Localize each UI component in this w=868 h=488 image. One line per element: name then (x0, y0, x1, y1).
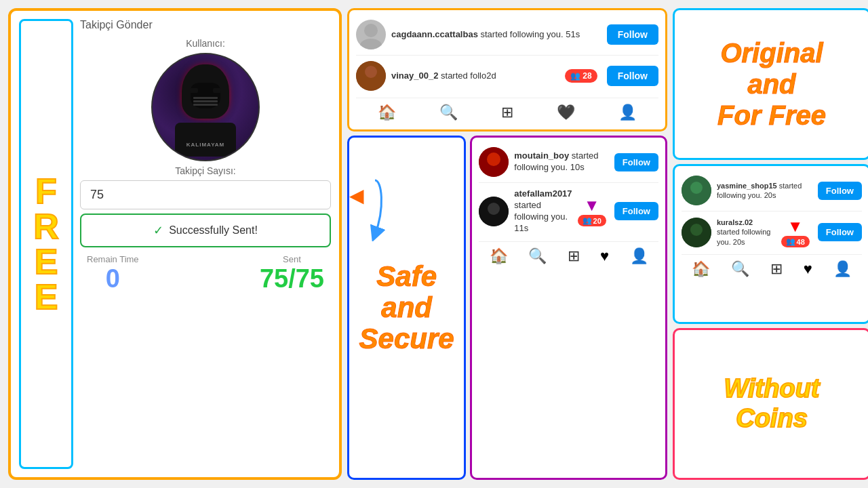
badge-container-1: 👥 28 (565, 69, 601, 83)
notif-row-4: kuralsz.02 started following you. 20s ▼ … (682, 213, 862, 251)
heart-icon-2[interactable]: ♥ (804, 260, 812, 278)
free-letter-r: R (33, 209, 59, 244)
center-panel: cagdaann.ccattalbas started following yo… (347, 8, 667, 480)
notif-text-3: yasmine_shop15 started following you. 20… (717, 181, 812, 201)
ig-bottom-nav-1: 🏠 🔍 ⊞ 🖤 👤 (356, 98, 658, 124)
notif-row-2: vinay_00_2 started follo2d 👥 28 Follow (356, 57, 658, 95)
user-label: Kullanıcı: (186, 38, 225, 49)
badge-icon-1: 👥 (570, 71, 580, 81)
purple-card: moutain_boy started following you. 10s F… (470, 136, 667, 480)
follow-button-2[interactable]: Follow (607, 66, 658, 86)
success-button[interactable]: ✓ Successfully Sent! (80, 214, 331, 247)
notif-row-6: atefallam2017 started following you. 11s… (479, 184, 658, 239)
notif-row-3: yasmine_shop15 started following you. 20… (682, 171, 862, 209)
notif-user-2: vinay_00_2 (391, 70, 438, 81)
plus-icon-3[interactable]: ⊞ (568, 247, 580, 265)
follow-button-3[interactable]: Follow (818, 182, 862, 200)
badge-1: 👥 28 (565, 69, 597, 83)
blue-arrow-svg (334, 174, 389, 241)
home-icon-3[interactable]: 🏠 (490, 247, 508, 265)
right-col: OriginalandFor Free yasmine_shop15 start… (673, 8, 868, 480)
svg-point-5 (487, 152, 500, 166)
notif-avatar-6 (479, 197, 509, 226)
without-text: WithoutCoins (724, 374, 819, 433)
original-text: OriginalandFor Free (717, 37, 826, 131)
badge-3: 👥 20 (578, 215, 606, 226)
purple-arrow-icon: ▼ (584, 196, 600, 215)
notif-user-3: yasmine_shop15 (717, 182, 777, 190)
notif-text-2: vinay_00_2 started follo2d (391, 70, 559, 82)
checkmark-icon: ✓ (153, 223, 163, 238)
follow-button-4[interactable]: Follow (818, 223, 862, 241)
notif-text-6: atefallam2017 started following you. 11s (514, 188, 572, 235)
center-bottom: SafeandSecure moutain_boy started follow… (347, 136, 667, 480)
svg-point-11 (690, 224, 703, 236)
notif-text-1: cagdaann.ccattalbas started following yo… (391, 29, 601, 41)
avatar-darth: KALIMAYAM (153, 54, 258, 160)
svg-point-3 (365, 66, 377, 78)
sent-label: Sent (283, 254, 301, 264)
badge-count-2: 48 (797, 238, 805, 246)
without-box: WithoutCoins (673, 328, 868, 480)
notif-text-4: kuralsz.02 started following you. 20s (717, 218, 776, 247)
svg-point-9 (690, 182, 703, 194)
badge-icon-3: 👥 (583, 216, 592, 225)
success-text: Successfully Sent! (169, 224, 258, 237)
badge-count-3: 20 (593, 217, 601, 225)
count-input[interactable]: 75 ◀ (80, 180, 331, 209)
profile-icon-3[interactable]: 👤 (630, 247, 648, 265)
original-box: OriginalandFor Free (673, 8, 868, 160)
sent-current: 75 (260, 264, 288, 293)
notif-avatar-2 (356, 61, 386, 91)
search-icon-2[interactable]: 🔍 (731, 260, 749, 278)
profile-icon[interactable]: 👤 (618, 104, 637, 121)
follow-button-1[interactable]: Follow (607, 24, 658, 45)
remain-value: 0 (106, 264, 120, 293)
ig-bottom-nav-3: 🏠 🔍 ⊞ ♥ 👤 (479, 241, 658, 268)
heart-icon[interactable]: 🖤 (557, 104, 575, 121)
remain-label: Remain Time (87, 254, 139, 264)
count-row: 75 ◀ (80, 180, 331, 209)
count-label: Takipçi Sayısı: (175, 165, 235, 176)
notif-avatar-4 (682, 218, 711, 247)
notif-text-5: moutain_boy started following you. 10s (514, 150, 609, 174)
sent-value: 75/75 (260, 264, 324, 293)
profile-icon-2[interactable]: 👤 (833, 260, 852, 278)
plus-icon-2[interactable]: ⊞ (770, 260, 783, 278)
stats-row: Remain Time 0 Sent 75/75 (80, 254, 331, 293)
notif-user-5: moutain_boy (514, 150, 569, 161)
left-panel: F R E E Takipçi Gönder Kullanıcı: KALIMA… (8, 8, 342, 480)
svg-point-1 (360, 39, 382, 49)
free-letter-f: F (35, 174, 57, 209)
plus-icon[interactable]: ⊞ (501, 104, 513, 121)
ig-bottom-nav-2: 🏠 🔍 ⊞ ♥ 👤 (682, 254, 862, 281)
panel-title: Takipçi Gönder (80, 19, 153, 31)
safe-text: SafeandSecure (359, 261, 454, 355)
badge-count-1: 28 (583, 71, 591, 81)
svg-point-7 (488, 203, 500, 215)
ig-top-card: cagdaann.ccattalbas started following yo… (347, 8, 667, 131)
notif-user-1: cagdaann.ccattalbas (391, 29, 478, 39)
red-arrow-icon: ▼ (787, 217, 804, 236)
count-value: 75 (90, 188, 104, 201)
follow-button-6[interactable]: Follow (614, 202, 658, 220)
follow-button-5[interactable]: Follow (614, 153, 658, 171)
sent-block: Sent 75/75 (260, 254, 324, 293)
heart-icon-3[interactable]: ♥ (600, 247, 609, 265)
search-icon[interactable]: 🔍 (439, 104, 458, 121)
search-icon-3[interactable]: 🔍 (528, 247, 547, 265)
notif-avatar-3 (682, 176, 711, 205)
home-icon[interactable]: 🏠 (378, 104, 396, 121)
free-letter-e2: E (35, 279, 58, 314)
purple-arrow-badge: ▼ 👥 20 (578, 196, 606, 226)
notif-user-6: atefallam2017 (514, 188, 572, 199)
notif-avatar-5 (479, 147, 509, 177)
sent-total: 75 (296, 264, 324, 293)
remain-block: Remain Time 0 (87, 254, 139, 293)
home-icon-2[interactable]: 🏠 (692, 260, 710, 278)
notif-avatar-1 (356, 20, 386, 49)
notif-row-1: cagdaann.ccattalbas started following yo… (356, 16, 658, 54)
avatar-text: KALIMAYAM (186, 142, 224, 148)
badge-2: 👥 48 (781, 236, 810, 247)
main-content: Takipçi Gönder Kullanıcı: KALIMAYAM Taki… (80, 19, 331, 469)
